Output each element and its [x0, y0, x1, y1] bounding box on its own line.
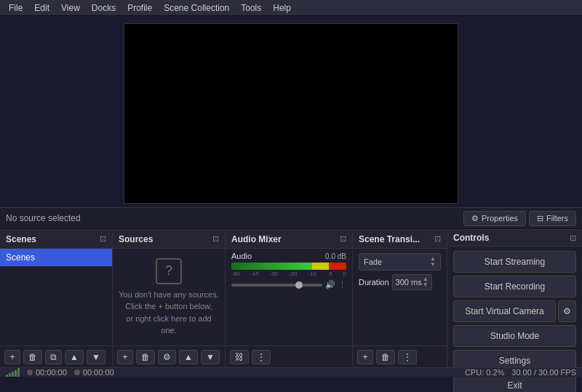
- transitions-delete-button[interactable]: 🗑: [376, 350, 395, 364]
- streaming-time-label: 00:00:00: [36, 368, 67, 377]
- cpu-label: CPU: 0.2%: [465, 368, 504, 377]
- status-bar: 00:00:00 00:00:00 CPU: 0.2% 30.00 / 30.0…: [0, 367, 582, 377]
- sources-add-button[interactable]: +: [117, 350, 133, 364]
- properties-label: Properties: [482, 214, 518, 223]
- menu-file[interactable]: File: [3, 1, 28, 15]
- recording-time-label: 00:00:00: [83, 368, 114, 377]
- signal-bar-4: [15, 370, 17, 377]
- properties-button[interactable]: ⚙ Properties: [463, 211, 526, 226]
- scenes-copy-button[interactable]: ⧉: [45, 350, 62, 364]
- audio-volume-slider[interactable]: [231, 284, 322, 287]
- preview-canvas: [124, 23, 458, 204]
- chevron-updown-icon: ▲▼: [430, 256, 436, 268]
- audio-mixer-maximize-icon[interactable]: ⊡: [340, 234, 346, 244]
- duration-label: Duration: [359, 278, 389, 287]
- audio-mixer-header: Audio Mixer ⊡: [226, 230, 352, 249]
- recording-time-status: 00:00:00: [74, 368, 114, 377]
- menu-bar: File Edit View Docks Profile Scene Colle…: [0, 0, 582, 16]
- signal-bar-3: [12, 372, 14, 377]
- duration-input[interactable]: 300 ms ▲▼: [392, 274, 432, 290]
- controls-maximize-icon[interactable]: ⊡: [570, 233, 576, 243]
- scenes-maximize-icon[interactable]: ⊡: [100, 234, 106, 244]
- speaker-icon[interactable]: 🔊: [325, 280, 335, 289]
- signal-bar-2: [9, 373, 11, 377]
- signal-bar-5: [17, 368, 20, 377]
- scenes-title: Scenes: [6, 234, 36, 244]
- virtual-camera-settings-button[interactable]: ⚙: [558, 300, 576, 322]
- fade-label: Fade: [364, 257, 382, 266]
- sources-delete-button[interactable]: 🗑: [136, 350, 155, 364]
- transitions-dots-button[interactable]: ⋮: [398, 350, 417, 364]
- menu-docks[interactable]: Docks: [86, 1, 121, 15]
- menu-profile[interactable]: Profile: [121, 1, 158, 15]
- studio-mode-button[interactable]: Studio Mode: [453, 325, 576, 347]
- signal-bars-icon: [6, 368, 20, 377]
- scenes-header: Scenes ⊡: [0, 230, 112, 249]
- transitions-footer: + 🗑 ⋮: [353, 345, 447, 367]
- sources-down-button[interactable]: ▼: [201, 350, 220, 364]
- transition-select[interactable]: Fade ▲▼: [359, 253, 441, 271]
- audio-db-value: 0.0 dB: [325, 252, 346, 260]
- menu-view[interactable]: View: [55, 1, 86, 15]
- scenes-panel: Scenes ⊡ Scenes + 🗑 ⧉ ▲ ▼: [0, 230, 113, 367]
- sources-title: Sources: [119, 234, 153, 244]
- sources-maximize-icon[interactable]: ⊡: [212, 234, 219, 244]
- meter-red: [329, 263, 346, 270]
- filters-button[interactable]: ⊟ Filters: [529, 211, 576, 226]
- meter-yellow: [312, 263, 330, 270]
- preview-area: [0, 16, 582, 207]
- audio-dots-button[interactable]: ⋮: [252, 350, 271, 364]
- sources-settings-button[interactable]: ⚙: [158, 350, 176, 364]
- gear-icon: ⚙: [471, 214, 479, 223]
- transitions-content: Fade ▲▼ Duration 300 ms ▲▼: [353, 249, 447, 345]
- audio-mixer-panel: Audio Mixer ⊡ Audio 0.0 dB -60-45-30-20: [226, 230, 353, 367]
- fps-label: 30.00 / 30.00 FPS: [511, 368, 576, 377]
- menu-edit[interactable]: Edit: [28, 1, 55, 15]
- audio-channel: Audio 0.0 dB -60-45-30-20-10-50: [226, 249, 352, 292]
- duration-value: 300 ms: [396, 278, 422, 287]
- recording-dot: [74, 369, 80, 375]
- audio-label-row: Audio 0.0 dB: [231, 252, 346, 260]
- menu-scene-collection[interactable]: Scene Collection: [158, 1, 235, 15]
- sources-header: Sources ⊡: [113, 230, 225, 249]
- audio-dots-menu[interactable]: ⋮: [338, 280, 346, 289]
- properties-bar: No source selected ⚙ Properties ⊟ Filter…: [0, 207, 582, 229]
- main-content: No source selected ⚙ Properties ⊟ Filter…: [0, 16, 582, 375]
- controls-title: Controls: [453, 233, 489, 243]
- bottom-panels: Scenes ⊡ Scenes + 🗑 ⧉ ▲ ▼ Sources ⊡: [0, 229, 582, 367]
- start-recording-button[interactable]: Start Recording: [453, 276, 576, 297]
- scenes-add-button[interactable]: +: [4, 350, 20, 364]
- sources-up-button[interactable]: ▲: [179, 350, 198, 364]
- sources-empty-icon: ?: [156, 258, 182, 284]
- filter-icon: ⊟: [537, 214, 543, 223]
- transitions-maximize-icon[interactable]: ⊡: [434, 234, 441, 244]
- scenes-footer: + 🗑 ⧉ ▲ ▼: [0, 345, 112, 367]
- audio-meter: [231, 263, 346, 270]
- audio-slider-thumb: [295, 281, 303, 289]
- audio-channel-label: Audio: [231, 252, 252, 260]
- duration-chevron-icon: ▲▼: [423, 276, 428, 288]
- scenes-delete-button[interactable]: 🗑: [23, 350, 42, 364]
- signal-status: [6, 368, 20, 377]
- scenes-down-button[interactable]: ▼: [87, 350, 105, 364]
- transitions-header: Scene Transi... ⊡: [353, 230, 447, 249]
- duration-row: Duration 300 ms ▲▼: [359, 274, 441, 290]
- menu-tools[interactable]: Tools: [235, 1, 267, 15]
- scenes-up-button[interactable]: ▲: [65, 350, 84, 364]
- streaming-dot: [27, 369, 33, 375]
- audio-link-button[interactable]: ⛓: [230, 350, 249, 364]
- start-virtual-camera-button[interactable]: Start Virtual Camera: [453, 300, 556, 322]
- controls-panel: Controls ⊡ Start Streaming Start Recordi…: [447, 230, 582, 367]
- sources-panel: Sources ⊡ ? You don't have any sources.C…: [113, 230, 226, 367]
- audio-footer: ⛓ ⋮: [226, 345, 352, 367]
- meter-scale: -60-45-30-20-10-50: [231, 271, 346, 277]
- transitions-add-button[interactable]: +: [357, 350, 373, 364]
- meter-green: [231, 263, 312, 270]
- menu-help[interactable]: Help: [267, 1, 297, 15]
- scenes-body: Scenes: [0, 249, 112, 345]
- signal-bar-1: [6, 375, 8, 377]
- scene-item[interactable]: Scenes: [0, 249, 112, 266]
- audio-mixer-title: Audio Mixer: [231, 234, 282, 244]
- exit-button[interactable]: Exit: [453, 375, 576, 392]
- start-streaming-button[interactable]: Start Streaming: [453, 251, 576, 273]
